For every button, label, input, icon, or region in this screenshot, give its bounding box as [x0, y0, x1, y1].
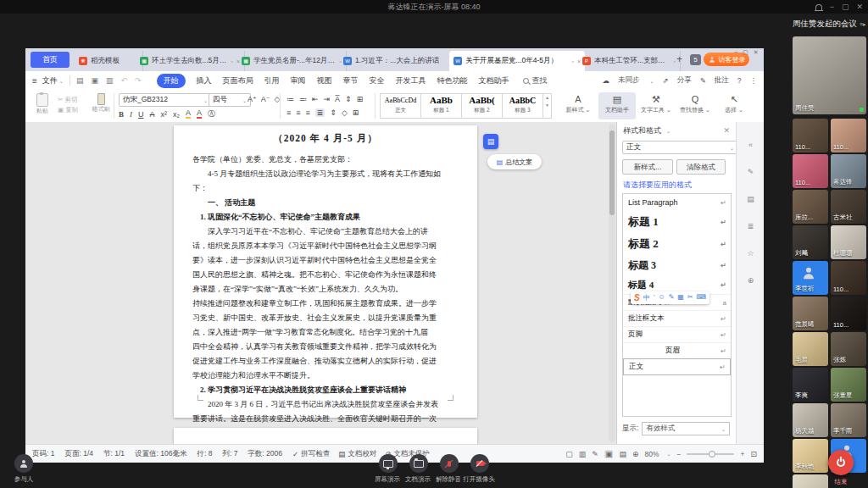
document-tab[interactable]: ▦学生党员名册-...年12月31日▫	[237, 51, 347, 71]
document-tab[interactable]: ❋稻壳模板	[75, 51, 143, 71]
save-icon[interactable]: ▤	[76, 76, 84, 85]
shrink-font-icon[interactable]: A⁻	[261, 95, 270, 103]
style-list-item[interactable]: 标题 1↵	[623, 211, 731, 233]
copy-button[interactable]: ▣ 复制	[58, 105, 78, 115]
participant-tile[interactable]: 李秋艳	[793, 439, 828, 473]
redo-icon[interactable]: ↷	[135, 76, 142, 85]
sidebar-menu-icon[interactable]: ≡▸	[860, 21, 866, 28]
align-left-icon[interactable]: ≡	[287, 108, 291, 117]
style-gallery-item[interactable]: AaBbC标题 3	[502, 93, 543, 119]
menu-item[interactable]: 安全	[370, 75, 385, 86]
ime-icon[interactable]: 中	[643, 293, 650, 302]
help-button[interactable]: ?	[737, 76, 742, 85]
camera-off-button[interactable]	[470, 454, 489, 473]
participant-tile[interactable]: 李千雨	[831, 403, 866, 437]
ime-icon[interactable]: ✂	[687, 293, 693, 302]
menu-item[interactable]: 文档助手	[479, 75, 509, 86]
increase-indent-icon[interactable]: ⇥	[324, 95, 331, 103]
wps-close-button[interactable]: ✕	[754, 49, 759, 56]
participant-tile[interactable]: 李世祈	[793, 261, 828, 295]
ribbon-tool-5[interactable]: ↖选择 ⌄	[715, 92, 753, 119]
mic-muted-button[interactable]	[440, 454, 459, 473]
close-button[interactable]: ✕	[856, 3, 863, 11]
document-page[interactable]: （2020 年 4 月-5 月）各学院（单位）党委、党总支，各基层党支部：4-5…	[174, 125, 477, 418]
show-filter-select[interactable]: 有效样式 ⌄	[642, 422, 730, 435]
menu-item[interactable]: 章节	[343, 75, 359, 86]
bold-button[interactable]: B	[119, 110, 124, 119]
participant-tile[interactable]: 李爽	[793, 368, 828, 402]
fit-page-icon[interactable]: ⊡	[750, 450, 757, 458]
collapse-icon[interactable]: «	[737, 141, 764, 149]
highlight-color-button[interactable]: A	[186, 109, 191, 119]
new-tab-button[interactable]: +	[676, 53, 682, 65]
style-gallery-item[interactable]: AaBb(标题 2	[461, 93, 503, 119]
char-shading-button[interactable]: Ⓐ	[208, 108, 215, 119]
style-list-item[interactable]: 批注框文本↵	[623, 310, 731, 326]
participant-tile[interactable]: 杨天越	[793, 403, 828, 437]
document-tab[interactable]: P本科生工管环...支部支部大会▫	[578, 51, 681, 71]
comment-button[interactable]: 批注	[715, 75, 729, 86]
next-page-top[interactable]	[174, 428, 477, 444]
sort-icon[interactable]: ⇕	[345, 95, 352, 103]
status-button[interactable]: ✓拼写检查	[292, 449, 330, 459]
settings-icon[interactable]: ⊕	[737, 276, 764, 285]
table-icon[interactable]: ⊞	[357, 95, 364, 103]
align-right-icon[interactable]: ≡	[306, 108, 310, 117]
subscript-button[interactable]: x₂	[173, 110, 180, 119]
ribbon-tool-1[interactable]: A新样式 ⌄	[559, 92, 597, 119]
style-gallery-item[interactable]: AaBb标题 1	[420, 93, 462, 119]
participant-tile[interactable]: 110...	[793, 154, 828, 188]
wps-minimize-button[interactable]: −	[734, 49, 737, 56]
grow-font-icon[interactable]: A⁺	[248, 95, 257, 103]
ime-icon[interactable]: ☺	[658, 293, 665, 302]
style-list-item[interactable]: 标题 3↵	[623, 255, 731, 275]
find-box[interactable]: 查找	[523, 75, 548, 86]
ink-view-icon[interactable]: ✎	[592, 450, 598, 458]
participant-tile[interactable]: 110...	[793, 119, 828, 152]
cut-button[interactable]: ✂ 剪切	[58, 95, 78, 105]
decrease-indent-icon[interactable]: ⇤	[312, 95, 319, 103]
style-list-item[interactable]: 标题 2↵	[623, 233, 731, 255]
participant-tile[interactable]: 张炼	[831, 332, 866, 366]
ime-icon[interactable]: ’	[654, 293, 655, 302]
menu-item[interactable]: 开发工具	[396, 75, 426, 86]
status-button[interactable]: ▤文档校对	[338, 449, 376, 459]
bookmark-icon[interactable]: ☆	[737, 249, 764, 258]
document-tab[interactable]: ▦环土学生去向数...5月 7日更新▫×	[136, 51, 245, 71]
fullscreen-view-icon[interactable]: ▢	[565, 450, 573, 458]
sync-status[interactable]: 未同步	[618, 75, 640, 86]
gallery-scroll[interactable]: ▲▼	[542, 93, 552, 119]
font-color-button[interactable]: A	[197, 109, 202, 119]
current-style-select[interactable]: 正文 ⌄	[622, 141, 738, 154]
properties-icon[interactable]: ▤	[737, 195, 764, 203]
participant-tile[interactable]: 110...	[831, 119, 866, 152]
participant-tile[interactable]: 110...	[831, 261, 866, 295]
participant-tile[interactable]: 杜珊珊	[831, 225, 866, 259]
end-meeting-button[interactable]	[828, 450, 854, 475]
zoom-value[interactable]: 80%	[644, 450, 659, 458]
edit-pen-icon[interactable]: ✎	[737, 168, 764, 176]
style-list-item[interactable]: List Paragraph↵	[623, 194, 731, 211]
outline-icon[interactable]: ≣	[737, 222, 764, 230]
style-list-item[interactable]: 页脚↵	[623, 326, 731, 342]
ime-icon[interactable]: ✎	[669, 293, 675, 302]
participant-tile[interactable]: 古米社	[831, 190, 866, 224]
underline-button[interactable]: U	[138, 110, 144, 119]
document-tab[interactable]: W关于开展基层党...0年4-5月）▫×	[449, 51, 585, 71]
line-spacing-icon[interactable]: ⇕	[330, 108, 337, 117]
participants-button[interactable]	[14, 454, 33, 473]
font-name-select[interactable]: 仿宋_GB2312⌄	[119, 93, 212, 107]
ai-assistant-icon[interactable]: ▤	[483, 134, 498, 149]
output-icon[interactable]: ▣	[91, 76, 98, 85]
align-center-icon[interactable]: ≡	[296, 108, 300, 117]
pin-icon[interactable]: ▫	[231, 58, 232, 64]
zoom-slider-knob[interactable]	[709, 451, 715, 458]
paste-button[interactable]: 粘贴	[32, 93, 53, 115]
text-direction-icon[interactable]: A̅	[335, 95, 340, 103]
zoom-slider[interactable]	[687, 453, 734, 455]
bullet-list-icon[interactable]: ≔	[287, 95, 294, 103]
zoom-out-button[interactable]: −	[677, 450, 682, 458]
document-tab[interactable]: W1.习近平：...大会上的讲话▫	[339, 51, 457, 71]
ai-summary-button[interactable]: ▤ 总结文案	[487, 154, 542, 169]
ribbon-tool-2[interactable]: ▤文档助手	[598, 92, 636, 119]
